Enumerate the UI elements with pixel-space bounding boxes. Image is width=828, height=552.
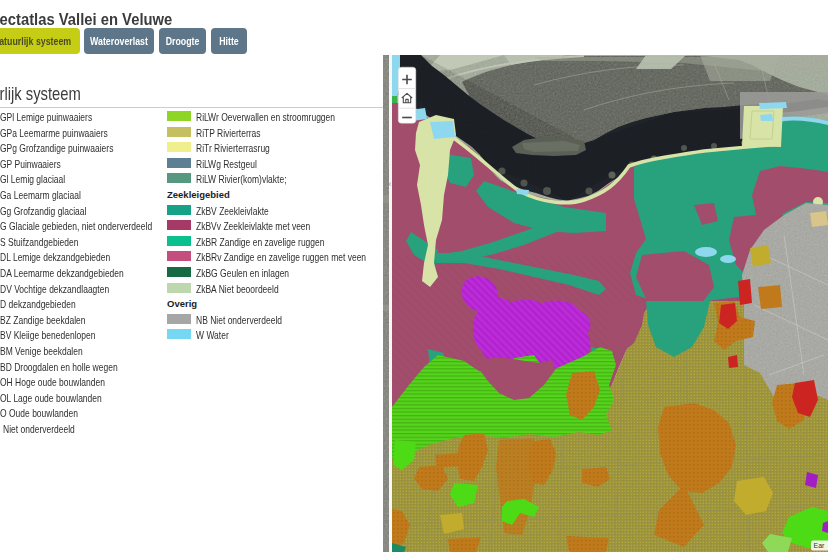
svg-text:Ear: Ear [814,542,826,549]
